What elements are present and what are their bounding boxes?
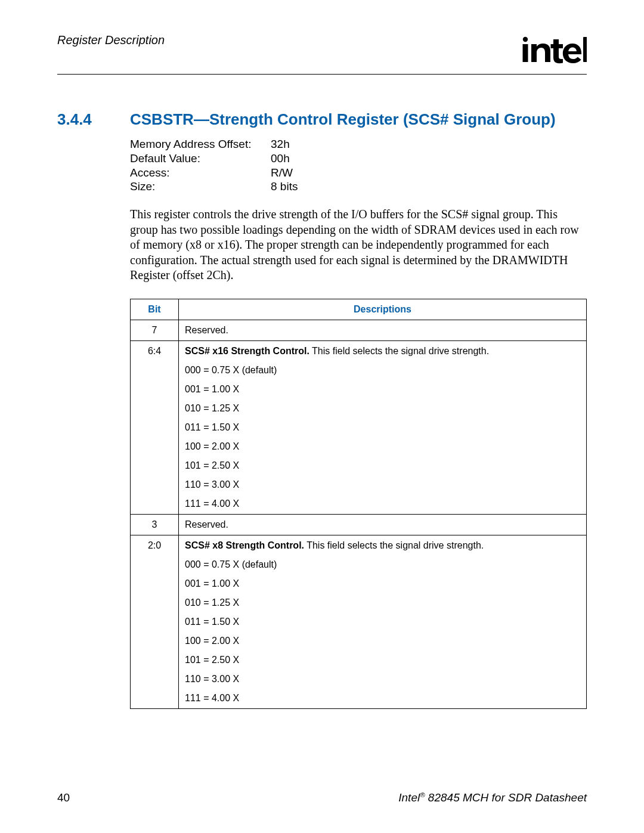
desc-headline: Reserved. [185, 325, 580, 336]
value-line: 011 = 1.50 X [185, 422, 580, 433]
reg-size-value: 8 bits [271, 179, 298, 194]
footer-doc-title: Intel® 82845 MCH for SDR Datasheet [398, 791, 587, 804]
value-line: 100 = 2.00 X [185, 441, 580, 452]
running-title: Register Description [57, 33, 165, 47]
value-line: 111 = 4.00 X [185, 498, 580, 509]
bit-cell: 7 [131, 320, 179, 340]
desc-cell: Reserved. [179, 320, 587, 340]
value-line: 111 = 4.00 X [185, 693, 580, 704]
value-line: 110 = 3.00 X [185, 674, 580, 685]
bit-header: Bit [131, 299, 179, 320]
reg-default-value: 00h [271, 151, 290, 166]
value-line: 101 = 2.50 X [185, 460, 580, 471]
value-line: 000 = 0.75 X (default) [185, 365, 580, 376]
section-number: 3.4.4 [57, 110, 130, 129]
value-line: 011 = 1.50 X [185, 617, 580, 627]
reg-offset-label: Memory Address Offset: [130, 137, 271, 151]
value-line: 101 = 2.50 X [185, 655, 580, 665]
description-paragraph: This register controls the drive strengt… [130, 207, 587, 283]
page-header: Register Description ® [57, 33, 587, 74]
table-row: 6:4SCS# x16 Strength Control. This field… [131, 340, 587, 514]
desc-title: SCS# x16 Strength Control. [185, 346, 309, 356]
bit-table: Bit Descriptions 7Reserved.6:4SCS# x16 S… [130, 299, 587, 709]
intel-logo-icon: ® [521, 36, 587, 67]
value-line: 001 = 1.00 X [185, 578, 580, 589]
value-line: 110 = 3.00 X [185, 479, 580, 490]
desc-cell: SCS# x16 Strength Control. This field se… [179, 340, 587, 514]
desc-header: Descriptions [179, 299, 587, 320]
value-line: 010 = 1.25 X [185, 403, 580, 414]
reg-info-row: Memory Address Offset: 32h [130, 137, 587, 151]
section-title: CSBSTR—Strength Control Register (SCS# S… [130, 110, 556, 129]
desc-rest: Reserved. [185, 519, 228, 529]
reg-default-label: Default Value: [130, 151, 271, 166]
desc-rest: This field selects the signal drive stre… [309, 346, 489, 356]
page-footer: 40 Intel® 82845 MCH for SDR Datasheet [57, 791, 587, 804]
bit-cell: 6:4 [131, 340, 179, 514]
section-content: Memory Address Offset: 32h Default Value… [130, 137, 587, 709]
footer-title-post: 82845 MCH for SDR Datasheet [425, 791, 587, 804]
footer-title-reg: ® [420, 791, 425, 798]
bit-cell: 3 [131, 514, 179, 535]
footer-title-pre: Intel [398, 791, 420, 804]
reg-info-row: Default Value: 00h [130, 151, 587, 166]
desc-headline: SCS# x8 Strength Control. This field sel… [185, 540, 580, 551]
table-row: 3Reserved. [131, 514, 587, 535]
reg-size-label: Size: [130, 179, 271, 194]
svg-point-0 [523, 37, 528, 42]
page: Register Description ® [0, 0, 644, 833]
reg-access-label: Access: [130, 166, 271, 180]
bit-cell: 2:0 [131, 535, 179, 708]
table-row: 7Reserved. [131, 320, 587, 340]
value-line: 010 = 1.25 X [185, 597, 580, 608]
page-number: 40 [57, 791, 70, 804]
svg-rect-2 [583, 37, 587, 62]
desc-cell: Reserved. [179, 514, 587, 535]
desc-cell: SCS# x8 Strength Control. This field sel… [179, 535, 587, 708]
table-row: 2:0SCS# x8 Strength Control. This field … [131, 535, 587, 708]
desc-title: SCS# x8 Strength Control. [185, 540, 304, 550]
desc-headline: Reserved. [185, 519, 580, 530]
value-line: 000 = 0.75 X (default) [185, 559, 580, 570]
value-line: 100 = 2.00 X [185, 636, 580, 646]
desc-rest: Reserved. [185, 325, 228, 335]
desc-headline: SCS# x16 Strength Control. This field se… [185, 346, 580, 357]
section-heading: 3.4.4 CSBSTR—Strength Control Register (… [57, 110, 587, 129]
svg-rect-1 [523, 44, 528, 62]
reg-access-value: R/W [271, 166, 293, 180]
desc-rest: This field selects the signal drive stre… [304, 540, 484, 550]
value-line: 001 = 1.00 X [185, 384, 580, 395]
reg-info-row: Access: R/W [130, 166, 587, 180]
header-divider [57, 74, 587, 75]
reg-offset-value: 32h [271, 137, 290, 151]
reg-info-row: Size: 8 bits [130, 179, 587, 194]
